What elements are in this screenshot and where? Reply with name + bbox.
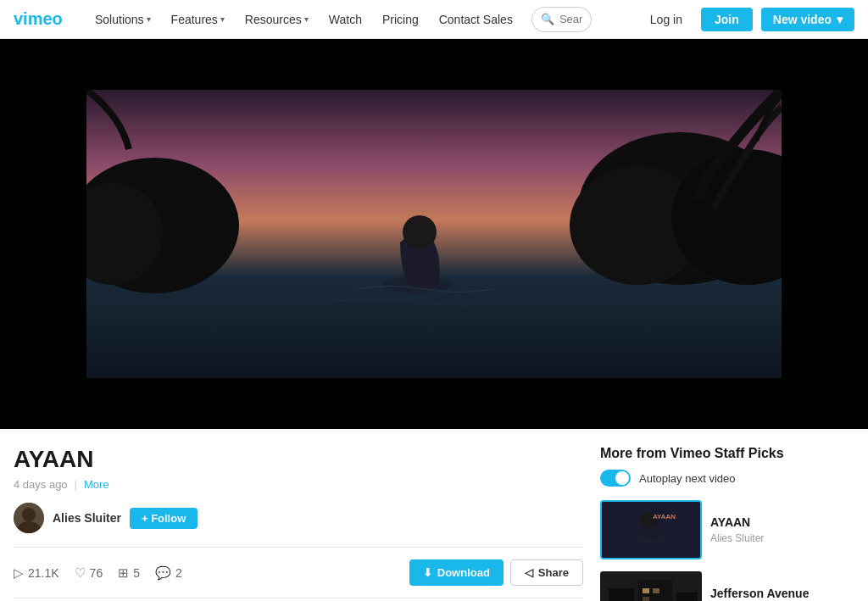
vimeo-logo[interactable]: vimeo xyxy=(14,11,73,28)
meta-separator: | xyxy=(75,478,77,491)
new-video-button[interactable]: New video ▾ xyxy=(761,8,854,31)
svg-text:vimeo: vimeo xyxy=(14,11,63,28)
collections-stat[interactable]: ⊞ 5 xyxy=(118,565,140,581)
letterbox-bottom xyxy=(0,378,868,429)
sidebar-video-card-2[interactable]: Jefferson Avenue Hannah Whisenant xyxy=(600,571,854,601)
comments-stat[interactable]: 💬 2 xyxy=(155,565,182,581)
video-card-author-1: Alies Sluiter xyxy=(710,532,764,544)
video-card-title-2: Jefferson Avenue xyxy=(710,587,809,600)
search-input[interactable] xyxy=(559,13,582,25)
author-name: Alies Sluiter xyxy=(53,511,121,525)
author-avatar xyxy=(14,503,44,533)
autoplay-label: Autoplay next video xyxy=(639,472,735,485)
nav-pricing[interactable]: Pricing xyxy=(374,0,427,39)
chevron-down-icon: ▾ xyxy=(220,0,225,39)
layers-icon: ⊞ xyxy=(118,565,129,581)
svg-rect-23 xyxy=(643,597,649,601)
plays-stat: ▷ 21.1K xyxy=(14,565,59,581)
video-title: AYAAN xyxy=(14,446,583,473)
nav-watch[interactable]: Watch xyxy=(320,0,370,39)
collections-count: 5 xyxy=(133,566,140,580)
download-icon: ⬇ xyxy=(423,566,432,579)
video-meta: 4 days ago | More xyxy=(14,478,583,491)
chevron-down-icon: ▾ xyxy=(837,13,843,26)
video-scene xyxy=(86,90,782,378)
likes-count: 76 xyxy=(90,566,103,580)
posted-time: 4 days ago xyxy=(14,478,68,491)
play-icon: ▷ xyxy=(14,565,24,581)
share-icon: ◁ xyxy=(525,566,533,579)
content-area: AYAAN 4 days ago | More Alies Sluiter + … xyxy=(0,429,868,601)
login-button[interactable]: Log in xyxy=(640,0,693,39)
nav-features[interactable]: Features ▾ xyxy=(163,0,233,39)
video-thumb-1: AYAAN xyxy=(600,500,702,559)
sidebar-title: More from Vimeo Staff Picks xyxy=(600,446,854,461)
likes-stat[interactable]: ♡ 76 xyxy=(75,565,103,581)
search-bar[interactable]: 🔍 xyxy=(531,7,592,32)
svg-rect-21 xyxy=(643,588,649,593)
more-link[interactable]: More xyxy=(84,478,109,491)
video-card-title-1: AYAAN xyxy=(710,515,764,529)
author-row: Alies Sluiter + Follow xyxy=(14,503,583,533)
svg-point-11 xyxy=(22,508,36,521)
nav-solutions[interactable]: Solutions ▾ xyxy=(86,0,159,39)
video-card-info-2: Jefferson Avenue Hannah Whisenant xyxy=(710,571,809,601)
nav-resources[interactable]: Resources ▾ xyxy=(236,0,317,39)
sidebar-video-card-1[interactable]: AYAAN AYAAN Alies Sluiter xyxy=(600,500,854,559)
heart-icon: ♡ xyxy=(75,565,86,581)
search-icon: 🔍 xyxy=(541,13,554,25)
video-card-info-1: AYAAN Alies Sluiter xyxy=(710,500,764,559)
stats-row: ▷ 21.1K ♡ 76 ⊞ 5 💬 2 ⬇ Download xyxy=(14,547,583,598)
share-button[interactable]: ◁ Share xyxy=(510,559,583,586)
plays-count: 21.1K xyxy=(28,566,59,580)
video-player[interactable] xyxy=(0,39,868,429)
toggle-knob xyxy=(615,471,629,485)
autoplay-toggle[interactable] xyxy=(600,470,631,487)
svg-rect-22 xyxy=(653,588,659,593)
chevron-down-icon: ▾ xyxy=(304,0,309,39)
letterbox-top xyxy=(0,39,868,90)
svg-rect-20 xyxy=(676,593,698,601)
stats-actions: ⬇ Download ◁ Share xyxy=(409,559,583,586)
comment-icon: 💬 xyxy=(155,565,171,581)
chevron-down-icon: ▾ xyxy=(147,0,151,39)
join-button[interactable]: Join xyxy=(701,8,753,31)
video-thumb-2 xyxy=(600,571,702,601)
svg-point-9 xyxy=(403,215,437,249)
nav-contact-sales[interactable]: Contact Sales xyxy=(431,0,521,39)
download-button[interactable]: ⬇ Download xyxy=(409,559,504,586)
main-info: AYAAN 4 days ago | More Alies Sluiter + … xyxy=(14,446,600,601)
navbar: vimeo Solutions ▾ Features ▾ Resources ▾… xyxy=(0,0,868,39)
svg-rect-18 xyxy=(609,588,634,601)
autoplay-row: Autoplay next video xyxy=(600,470,854,487)
sidebar: More from Vimeo Staff Picks Autoplay nex… xyxy=(600,446,854,601)
follow-button[interactable]: + Follow xyxy=(130,508,198,529)
svg-text:AYAAN: AYAAN xyxy=(653,513,676,520)
comments-count: 2 xyxy=(175,566,182,580)
